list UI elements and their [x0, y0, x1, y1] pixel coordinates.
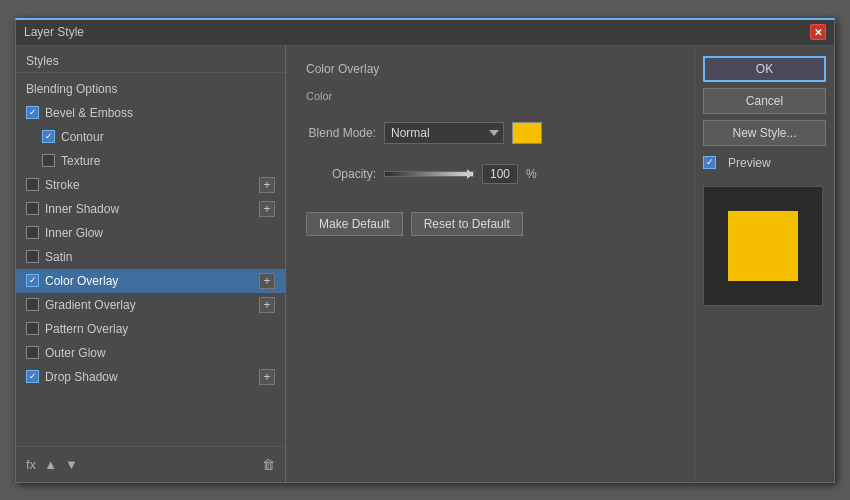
close-button[interactable]: ✕	[810, 24, 826, 40]
section-sub: Color	[306, 90, 674, 102]
percent-label: %	[526, 167, 537, 181]
cancel-button[interactable]: Cancel	[703, 88, 826, 114]
sidebar-item-pattern-overlay[interactable]: Pattern Overlay	[16, 317, 285, 341]
section-title: Color Overlay	[306, 62, 674, 76]
bevel-emboss-checkbox[interactable]	[26, 106, 39, 119]
opacity-input[interactable]: 100	[482, 164, 518, 184]
move-down-icon[interactable]: ▼	[65, 457, 78, 472]
sidebar-item-texture[interactable]: Texture	[16, 149, 285, 173]
inner-shadow-label: Inner Shadow	[45, 202, 119, 216]
make-default-button[interactable]: Make Default	[306, 212, 403, 236]
reset-to-default-button[interactable]: Reset to Default	[411, 212, 523, 236]
gradient-overlay-label: Gradient Overlay	[45, 298, 136, 312]
gradient-overlay-checkbox[interactable]	[26, 298, 39, 311]
stroke-checkbox[interactable]	[26, 178, 39, 191]
sidebar-item-satin[interactable]: Satin	[16, 245, 285, 269]
sidebar-item-bevel-emboss[interactable]: Bevel & Emboss	[16, 101, 285, 125]
move-up-icon[interactable]: ▲	[44, 457, 57, 472]
sidebar-item-drop-shadow[interactable]: Drop Shadow +	[16, 365, 285, 389]
left-panel-footer: fx ▲ ▼ 🗑	[16, 446, 285, 482]
inner-glow-label: Inner Glow	[45, 226, 103, 240]
slider-thumb	[467, 169, 473, 179]
sidebar-item-outer-glow[interactable]: Outer Glow	[16, 341, 285, 365]
preview-row: Preview	[703, 152, 826, 174]
drop-shadow-label: Drop Shadow	[45, 370, 118, 384]
pattern-overlay-label: Pattern Overlay	[45, 322, 128, 336]
preview-box	[703, 186, 823, 306]
outer-glow-label: Outer Glow	[45, 346, 106, 360]
satin-checkbox[interactable]	[26, 250, 39, 263]
contour-checkbox[interactable]	[42, 130, 55, 143]
blend-mode-label: Blend Mode:	[306, 126, 376, 140]
texture-label: Texture	[61, 154, 100, 168]
preview-swatch	[728, 211, 798, 281]
center-panel: Color Overlay Color Blend Mode: Normal M…	[286, 46, 694, 482]
outer-glow-checkbox[interactable]	[26, 346, 39, 359]
trash-icon[interactable]: 🗑	[262, 457, 275, 472]
color-overlay-checkbox[interactable]	[26, 274, 39, 287]
fx-icon[interactable]: fx	[26, 457, 36, 472]
color-swatch[interactable]	[512, 122, 542, 144]
button-row: Make Default Reset to Default	[306, 212, 674, 236]
color-overlay-plus-button[interactable]: +	[259, 273, 275, 289]
blend-mode-select[interactable]: Normal Multiply Screen Overlay	[384, 122, 504, 144]
left-panel: Styles Blending Options Bevel & Emboss C…	[16, 46, 286, 482]
gradient-overlay-plus-button[interactable]: +	[259, 297, 275, 313]
layer-style-dialog: Layer Style ✕ Styles Blending Options Be…	[15, 18, 835, 483]
color-overlay-label: Color Overlay	[45, 274, 118, 288]
title-bar: Layer Style ✕	[16, 20, 834, 46]
sidebar-item-inner-shadow[interactable]: Inner Shadow +	[16, 197, 285, 221]
sidebar-item-inner-glow[interactable]: Inner Glow	[16, 221, 285, 245]
texture-checkbox[interactable]	[42, 154, 55, 167]
stroke-plus-button[interactable]: +	[259, 177, 275, 193]
new-style-button[interactable]: New Style...	[703, 120, 826, 146]
blending-options-label: Blending Options	[26, 82, 117, 96]
opacity-slider[interactable]	[384, 171, 474, 177]
opacity-slider-container	[384, 171, 474, 177]
blend-mode-row: Blend Mode: Normal Multiply Screen Overl…	[306, 122, 674, 144]
inner-glow-checkbox[interactable]	[26, 226, 39, 239]
drop-shadow-checkbox[interactable]	[26, 370, 39, 383]
preview-label-text: Preview	[728, 156, 771, 170]
right-panel: OK Cancel New Style... Preview	[694, 46, 834, 482]
opacity-label: Opacity:	[306, 167, 376, 181]
layer-list: Blending Options Bevel & Emboss Contour …	[16, 73, 285, 446]
ok-button[interactable]: OK	[703, 56, 826, 82]
opacity-row: Opacity: 100 %	[306, 164, 674, 184]
preview-checkbox[interactable]	[703, 156, 716, 169]
sidebar-item-color-overlay[interactable]: Color Overlay +	[16, 269, 285, 293]
sidebar-item-stroke[interactable]: Stroke +	[16, 173, 285, 197]
inner-shadow-plus-button[interactable]: +	[259, 201, 275, 217]
satin-label: Satin	[45, 250, 72, 264]
sidebar-item-contour[interactable]: Contour	[16, 125, 285, 149]
bevel-emboss-label: Bevel & Emboss	[45, 106, 133, 120]
dialog-body: Styles Blending Options Bevel & Emboss C…	[16, 46, 834, 482]
pattern-overlay-checkbox[interactable]	[26, 322, 39, 335]
stroke-label: Stroke	[45, 178, 80, 192]
sidebar-item-gradient-overlay[interactable]: Gradient Overlay +	[16, 293, 285, 317]
sidebar-item-blending-options[interactable]: Blending Options	[16, 77, 285, 101]
dialog-title: Layer Style	[24, 25, 84, 39]
drop-shadow-plus-button[interactable]: +	[259, 369, 275, 385]
inner-shadow-checkbox[interactable]	[26, 202, 39, 215]
contour-label: Contour	[61, 130, 104, 144]
styles-header: Styles	[16, 46, 285, 73]
